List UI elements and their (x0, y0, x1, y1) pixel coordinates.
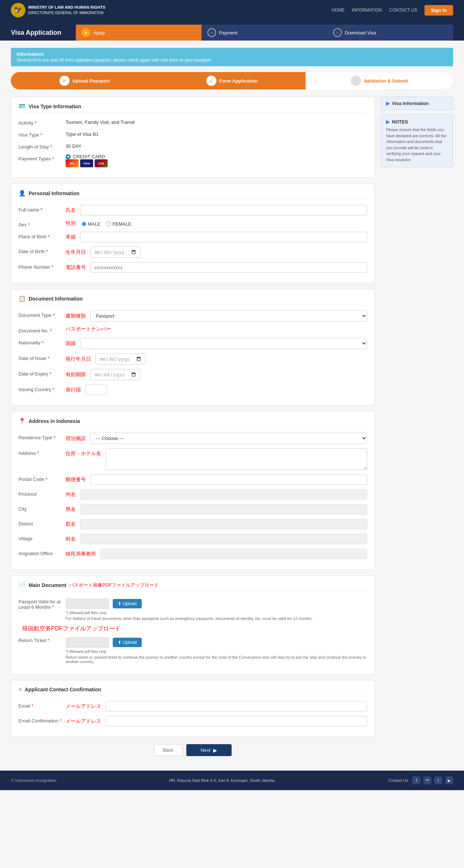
doc-no-field: パスポートナンバー (66, 326, 367, 332)
progress-step-circle-payment: ○ (207, 28, 216, 37)
passport-upload-label: Passport Valid for at Least 6 Months * (18, 597, 66, 610)
signin-button[interactable]: Sign In (424, 5, 453, 16)
main-document-section: 📄 Main Document パスポート画像PDFファイルアップロード Pas… (11, 575, 375, 674)
sub-step-form: ✓ Form Application (158, 72, 306, 89)
sub-step-label-validation: Validation & Submit (364, 78, 408, 84)
nav-information[interactable]: INFORMATION (352, 8, 382, 13)
date-expiry-jp: 有効期限 (66, 372, 86, 378)
progress-step-circle-download: ○ (333, 28, 342, 37)
info-banner: Information! Several form are auto fill … (11, 48, 453, 66)
youtube-icon[interactable]: ▶ (445, 776, 453, 784)
city-jp: 県名 (66, 506, 76, 513)
doc-type-select[interactable]: Passport (90, 310, 367, 322)
sex-row: Sex * 性別 MALE FEMALE (18, 220, 367, 227)
district-input[interactable] (80, 519, 367, 529)
district-label: District (18, 519, 66, 527)
address-textarea[interactable] (105, 448, 367, 470)
progress-step-download: ○ Download Visa (327, 25, 453, 41)
place-birth-jp: 本籍 (66, 234, 76, 240)
email-confirm-input[interactable] (105, 716, 367, 726)
email-jp: メールアドレス (66, 703, 101, 710)
sub-step-icon-validation: ○ (351, 76, 361, 86)
back-button[interactable]: Back (154, 744, 183, 756)
email-input[interactable] (105, 701, 367, 712)
visa-type-label: Visa Type * (18, 130, 66, 138)
residence-label: Residence Type * (18, 433, 66, 440)
date-birth-input[interactable] (90, 247, 141, 258)
footer-social: f 📷 t ▶ (413, 776, 453, 784)
village-label: Village (18, 534, 66, 541)
facebook-icon[interactable]: f (413, 776, 420, 784)
doc-no-label: Document No. * (18, 326, 66, 334)
main-document-icon: 📄 (18, 582, 26, 588)
payment-type-field: CREDIT CARD MC VISA JCB (66, 154, 367, 167)
twitter-icon[interactable]: t (434, 776, 442, 784)
nationality-select[interactable] (80, 338, 367, 349)
nationality-field: 国籍 (66, 338, 367, 349)
instagram-icon[interactable]: 📷 (423, 776, 431, 784)
province-input[interactable] (80, 489, 367, 500)
nationality-row: Nationality * 国籍 (18, 338, 367, 349)
activity-value: Tourism, Family Visit, and Transit (66, 118, 367, 125)
date-expiry-label: Date of Expiry * (18, 369, 66, 377)
sub-step-label-upload: Upload Passport (72, 78, 110, 84)
document-info-icon: 📋 (18, 295, 26, 302)
village-input[interactable] (80, 534, 367, 544)
province-label: Province (18, 489, 66, 497)
contact-header: ≡ Applicant Contact Confirmation (18, 686, 367, 696)
place-birth-field: 本籍 (66, 232, 367, 242)
visa-type-row: Visa Type * Type of Visa B1 (18, 130, 367, 138)
return-ticket-upload-button[interactable]: ⬆ Upload (113, 638, 142, 647)
fullname-label: Full name * (18, 205, 66, 213)
notes-play-icon: ▶ (386, 119, 390, 125)
address-label: Address * (18, 448, 66, 456)
return-ticket-upload-note: *) Allowed pdf files only (66, 649, 367, 654)
sex-female-radio[interactable] (106, 222, 111, 226)
personal-info-section: 👤 Personal Information Full name * 氏名 Se… (11, 184, 375, 283)
page-title: Visa Application (11, 29, 61, 37)
sex-female-option[interactable]: FEMALE (106, 221, 131, 227)
city-input[interactable] (80, 504, 367, 515)
passport-upload-button[interactable]: ⬆ Upload (113, 599, 142, 608)
notes-card-title: ▶ NOTES (386, 119, 448, 125)
date-issue-input[interactable] (95, 353, 146, 365)
postal-label: Postal Code * (18, 474, 66, 482)
issuing-country-row: Issuing Country * 発行国 (18, 385, 367, 395)
residence-select[interactable]: --- Choose --- Hotel Hostel Private Resi… (90, 433, 367, 444)
next-button[interactable]: Next ▶ (186, 744, 232, 756)
phone-field: 電話番号 (66, 262, 367, 273)
immigration-row: Imigration Office 移民局事務所 (18, 549, 367, 559)
contact-title: Applicant Contact Confirmation (25, 687, 101, 692)
date-expiry-input[interactable] (90, 369, 141, 380)
date-issue-field: 発行年月日 (66, 353, 367, 365)
next-arrow-icon: ▶ (213, 747, 217, 753)
sex-male-option[interactable]: MALE (82, 221, 100, 227)
return-ticket-desc: Return ticket or onward ticket to contin… (66, 655, 367, 664)
footer-inner: © Indonesian Immigration HR. Rasuna Said… (11, 776, 453, 784)
document-info-header: 📋 Document Information (18, 295, 367, 305)
issuing-country-input[interactable] (85, 385, 107, 395)
sex-male-radio[interactable] (82, 222, 86, 226)
nav-contact[interactable]: CONTACT US (389, 8, 417, 13)
return-ticket-title-jp: 帰国航空券PDFファイルアップロード (22, 625, 121, 632)
immigration-input[interactable] (100, 549, 367, 559)
nav-home[interactable]: HOME (332, 8, 345, 13)
issuing-country-field: 発行国 (66, 385, 367, 395)
city-field: 県名 (66, 504, 367, 515)
footer-copyright: © Indonesian Immigration (11, 778, 57, 783)
payment-type-label: Payment Types * (18, 154, 66, 162)
footer-contact[interactable]: Contact Us (389, 778, 408, 783)
postal-input[interactable] (90, 474, 367, 485)
place-birth-input[interactable] (80, 232, 367, 242)
return-ticket-field: ⬆ Upload *) Allowed pdf files only Retur… (66, 636, 367, 664)
nationality-label: Nationality * (18, 338, 66, 345)
phone-input[interactable] (90, 262, 367, 273)
visa-type-icon: 🪪 (18, 103, 26, 110)
address-icon: 📍 (18, 418, 26, 424)
email-label: Email * (18, 701, 66, 709)
return-ticket-title: 帰国航空券PDFファイルアップロード (18, 625, 367, 633)
fullname-input[interactable] (80, 205, 367, 215)
visa-info-card: ▶ Visa Information (381, 97, 453, 110)
passport-upload-field: ⬆ Upload *) Allowed pdf files only For h… (66, 597, 367, 621)
visa-type-section: 🪪 Visa Type Information Activity * Touri… (11, 97, 375, 178)
